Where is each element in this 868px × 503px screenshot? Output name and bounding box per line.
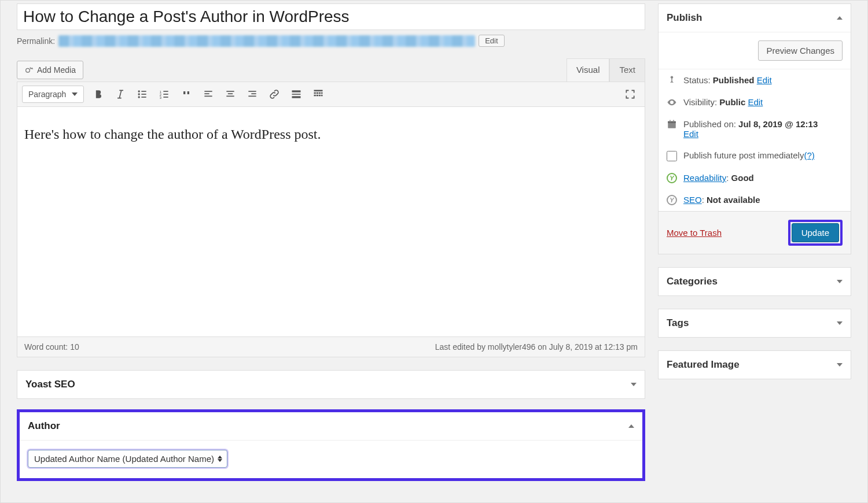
media-icon bbox=[24, 65, 34, 75]
author-box-title: Author bbox=[28, 420, 60, 432]
svg-point-4 bbox=[138, 90, 140, 92]
future-publish-help[interactable]: (?) bbox=[804, 150, 814, 160]
bullet-list-icon[interactable] bbox=[135, 87, 150, 102]
svg-text:3: 3 bbox=[160, 96, 161, 99]
link-icon[interactable] bbox=[267, 87, 282, 102]
visibility-row: Visibility: Public Edit bbox=[659, 91, 851, 113]
author-select-value: Updated Author Name (Updated Author Name… bbox=[34, 454, 214, 464]
categories-title: Categories bbox=[667, 276, 718, 287]
status-row: Status: Published Edit bbox=[659, 69, 851, 91]
svg-rect-35 bbox=[319, 95, 321, 97]
align-right-icon[interactable] bbox=[245, 87, 260, 102]
permalink-label: Permalink: bbox=[17, 36, 55, 46]
move-to-trash-link[interactable]: Move to Trash bbox=[667, 228, 722, 238]
tab-visual[interactable]: Visual bbox=[567, 58, 610, 82]
svg-point-5 bbox=[138, 93, 140, 95]
svg-rect-25 bbox=[292, 90, 301, 92]
readability-link[interactable]: Readability bbox=[683, 173, 726, 183]
svg-rect-39 bbox=[670, 120, 671, 123]
tab-text[interactable]: Text bbox=[609, 58, 645, 82]
svg-rect-17 bbox=[205, 93, 209, 94]
read-more-icon[interactable] bbox=[289, 87, 304, 102]
publish-title: Publish bbox=[667, 12, 702, 24]
pin-icon bbox=[667, 75, 677, 86]
editor-content[interactable]: Here's how to change the author of a Wor… bbox=[17, 107, 645, 337]
svg-rect-34 bbox=[317, 95, 318, 97]
svg-rect-13 bbox=[164, 91, 168, 92]
svg-rect-23 bbox=[252, 93, 256, 94]
future-publish-row: Publish future post immediately(?) bbox=[659, 145, 851, 167]
svg-rect-38 bbox=[668, 121, 676, 123]
svg-rect-8 bbox=[142, 94, 146, 95]
svg-rect-28 bbox=[314, 90, 323, 92]
yoast-seo-icon: Y bbox=[667, 195, 677, 205]
bold-icon[interactable] bbox=[91, 87, 106, 102]
chevron-up-icon bbox=[628, 424, 634, 428]
svg-rect-14 bbox=[164, 94, 168, 95]
tags-box: Tags bbox=[658, 309, 851, 338]
tags-toggle[interactable]: Tags bbox=[659, 309, 851, 337]
svg-point-0 bbox=[26, 68, 30, 72]
svg-rect-7 bbox=[142, 91, 146, 92]
published-on-edit-link[interactable]: Edit bbox=[683, 129, 698, 139]
format-select[interactable]: Paragraph bbox=[22, 86, 84, 103]
author-box: Author Updated Author Name (Updated Auth… bbox=[17, 409, 645, 481]
word-count: Word count: 10 bbox=[24, 342, 79, 352]
featured-image-box: Featured Image bbox=[658, 350, 851, 379]
svg-rect-20 bbox=[228, 93, 233, 94]
toolbar-toggle-icon[interactable] bbox=[311, 87, 326, 102]
svg-rect-33 bbox=[314, 95, 316, 97]
featured-image-toggle[interactable]: Featured Image bbox=[659, 351, 851, 379]
yoast-seo-toggle[interactable]: Yoast SEO bbox=[17, 371, 645, 398]
categories-toggle[interactable]: Categories bbox=[659, 268, 851, 295]
svg-rect-24 bbox=[249, 96, 256, 97]
chevron-down-icon bbox=[837, 321, 843, 325]
chevron-down-icon bbox=[72, 93, 78, 96]
quote-icon[interactable] bbox=[179, 87, 194, 102]
svg-rect-31 bbox=[319, 93, 321, 94]
readability-row: Y Readability: Good bbox=[659, 167, 851, 189]
chevron-down-icon bbox=[837, 363, 843, 367]
yoast-seo-box: Yoast SEO bbox=[17, 370, 645, 399]
svg-rect-16 bbox=[205, 91, 212, 92]
editor-toolbar: Paragraph 123 bbox=[17, 82, 645, 107]
calendar-icon bbox=[667, 119, 677, 130]
seo-row: Y SEO: Not available bbox=[659, 189, 851, 211]
permalink-edit-button[interactable]: Edit bbox=[479, 35, 504, 47]
svg-rect-9 bbox=[142, 97, 146, 98]
eye-icon bbox=[667, 97, 677, 108]
align-left-icon[interactable] bbox=[201, 87, 216, 102]
chevron-up-icon bbox=[837, 16, 843, 20]
chevron-down-icon bbox=[631, 383, 637, 386]
seo-link[interactable]: SEO bbox=[683, 195, 702, 205]
svg-rect-29 bbox=[314, 93, 316, 94]
numbered-list-icon[interactable]: 123 bbox=[157, 87, 172, 102]
update-button[interactable]: Update bbox=[792, 223, 839, 242]
svg-rect-40 bbox=[673, 120, 674, 123]
svg-rect-15 bbox=[164, 97, 168, 98]
post-title-input[interactable] bbox=[17, 3, 645, 30]
preview-changes-button[interactable]: Preview Changes bbox=[758, 40, 843, 61]
svg-rect-32 bbox=[321, 93, 323, 94]
svg-rect-19 bbox=[227, 91, 234, 92]
published-on-row: Published on: Jul 8, 2019 @ 12:13Edit bbox=[659, 113, 851, 145]
svg-rect-27 bbox=[292, 96, 301, 98]
format-select-label: Paragraph bbox=[28, 90, 66, 99]
future-publish-checkbox[interactable] bbox=[667, 151, 677, 161]
last-edited: Last edited by mollytyler496 on July 8, … bbox=[435, 342, 638, 352]
author-select[interactable]: Updated Author Name (Updated Author Name… bbox=[28, 450, 227, 468]
svg-line-1 bbox=[120, 90, 122, 98]
status-edit-link[interactable]: Edit bbox=[757, 75, 772, 85]
fullscreen-icon[interactable] bbox=[623, 87, 638, 102]
svg-rect-26 bbox=[292, 94, 301, 95]
add-media-button[interactable]: Add Media bbox=[17, 61, 83, 79]
permalink-value bbox=[58, 35, 475, 47]
italic-icon[interactable] bbox=[113, 87, 128, 102]
visibility-edit-link[interactable]: Edit bbox=[748, 97, 763, 107]
svg-rect-21 bbox=[227, 96, 234, 97]
publish-toggle[interactable]: Publish bbox=[659, 4, 851, 32]
author-box-toggle[interactable]: Author bbox=[20, 412, 642, 441]
yoast-seo-title: Yoast SEO bbox=[25, 379, 75, 390]
align-center-icon[interactable] bbox=[223, 87, 238, 102]
permalink-row: Permalink: Edit bbox=[17, 35, 645, 47]
